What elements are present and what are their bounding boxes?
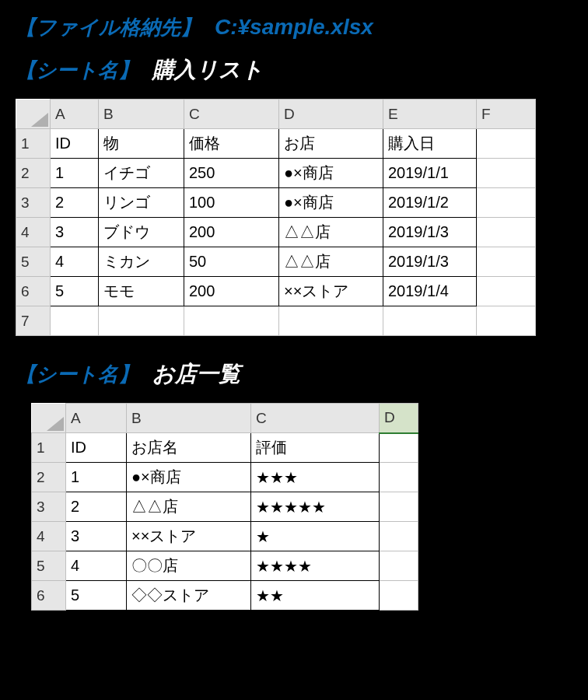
cell[interactable]: [380, 492, 418, 522]
col-header-E[interactable]: E: [383, 100, 477, 129]
cell[interactable]: 〇〇店: [127, 551, 251, 581]
cell[interactable]: お店名: [127, 433, 251, 463]
sheet1-label: 【シート名】: [16, 57, 138, 84]
cell[interactable]: ★★★: [251, 463, 380, 492]
cell[interactable]: 250: [184, 159, 279, 188]
row-header[interactable]: 4: [32, 522, 66, 551]
cell[interactable]: 3: [66, 522, 127, 551]
cell[interactable]: 100: [184, 188, 279, 218]
row-header[interactable]: 6: [32, 581, 66, 611]
cell[interactable]: 5: [51, 277, 99, 306]
file-path-label: 【ファイル格納先】: [16, 14, 201, 41]
row-header[interactable]: 6: [16, 277, 51, 306]
select-all-corner[interactable]: [16, 100, 51, 129]
row-header[interactable]: 1: [32, 433, 66, 463]
cell[interactable]: [477, 188, 536, 218]
file-path-value: C:¥sample.xlsx: [215, 15, 373, 40]
sheet2-grid: A B C D 1 ID お店名 評価 2 1 ●×商店 ★★★ 3 2 △△店…: [31, 403, 418, 611]
cell[interactable]: [279, 306, 383, 336]
select-all-corner[interactable]: [32, 404, 66, 433]
sheet1-name: 購入リスト: [152, 55, 264, 85]
cell[interactable]: 2019/1/3: [383, 247, 477, 277]
triangle-icon: [31, 113, 48, 127]
col-header-B[interactable]: B: [127, 404, 251, 433]
cell[interactable]: ◇◇ストア: [127, 581, 251, 611]
cell[interactable]: リンゴ: [99, 188, 184, 218]
cell[interactable]: ミカン: [99, 247, 184, 277]
cell[interactable]: 1: [66, 463, 127, 492]
col-header-A[interactable]: A: [51, 100, 99, 129]
cell[interactable]: ★★: [251, 581, 380, 611]
cell[interactable]: 2: [51, 188, 99, 218]
row-header[interactable]: 5: [32, 551, 66, 581]
cell[interactable]: [383, 306, 477, 336]
sheet1-grid: A B C D E F 1 ID 物 価格 お店 購入日 2 1 イチゴ 250…: [16, 99, 536, 336]
cell[interactable]: [380, 463, 418, 492]
cell[interactable]: [477, 218, 536, 247]
sheet2-name: お店一覧: [152, 359, 240, 389]
cell[interactable]: 5: [66, 581, 127, 611]
row-header[interactable]: 3: [32, 492, 66, 522]
cell[interactable]: 購入日: [383, 129, 477, 159]
cell[interactable]: [380, 551, 418, 581]
cell[interactable]: 評価: [251, 433, 380, 463]
cell[interactable]: △△店: [279, 247, 383, 277]
cell[interactable]: ブドウ: [99, 218, 184, 247]
cell[interactable]: ××ストア: [127, 522, 251, 551]
cell[interactable]: 200: [184, 277, 279, 306]
cell[interactable]: ★★★★★: [251, 492, 380, 522]
cell[interactable]: [477, 306, 536, 336]
cell[interactable]: 2019/1/4: [383, 277, 477, 306]
cell[interactable]: [477, 159, 536, 188]
cell[interactable]: ××ストア: [279, 277, 383, 306]
cell[interactable]: △△店: [127, 492, 251, 522]
cell[interactable]: [477, 129, 536, 159]
col-header-D[interactable]: D: [279, 100, 383, 129]
col-header-F[interactable]: F: [477, 100, 536, 129]
cell[interactable]: 2: [66, 492, 127, 522]
cell[interactable]: 3: [51, 218, 99, 247]
cell[interactable]: [477, 247, 536, 277]
cell[interactable]: [51, 306, 99, 336]
col-header-D[interactable]: D: [380, 404, 418, 433]
cell[interactable]: モモ: [99, 277, 184, 306]
cell[interactable]: 4: [51, 247, 99, 277]
row-header[interactable]: 1: [16, 129, 51, 159]
cell[interactable]: イチゴ: [99, 159, 184, 188]
cell[interactable]: 4: [66, 551, 127, 581]
cell[interactable]: ●×商店: [279, 159, 383, 188]
cell[interactable]: [380, 522, 418, 551]
col-header-A[interactable]: A: [66, 404, 127, 433]
cell[interactable]: [380, 581, 418, 611]
cell[interactable]: ★★★★: [251, 551, 380, 581]
row-header[interactable]: 2: [16, 159, 51, 188]
row-header[interactable]: 7: [16, 306, 51, 336]
cell[interactable]: [99, 306, 184, 336]
cell[interactable]: ★: [251, 522, 380, 551]
row-header[interactable]: 2: [32, 463, 66, 492]
row-header[interactable]: 5: [16, 247, 51, 277]
cell[interactable]: 2019/1/1: [383, 159, 477, 188]
cell[interactable]: お店: [279, 129, 383, 159]
cell[interactable]: 価格: [184, 129, 279, 159]
cell[interactable]: 2019/1/2: [383, 188, 477, 218]
col-header-C[interactable]: C: [251, 404, 380, 433]
row-header[interactable]: 4: [16, 218, 51, 247]
cell[interactable]: [477, 277, 536, 306]
cell[interactable]: 物: [99, 129, 184, 159]
cell[interactable]: ID: [51, 129, 99, 159]
sheet1-heading: 【シート名】 購入リスト: [16, 55, 572, 85]
cell[interactable]: 200: [184, 218, 279, 247]
col-header-C[interactable]: C: [184, 100, 279, 129]
cell[interactable]: [184, 306, 279, 336]
cell[interactable]: ●×商店: [127, 463, 251, 492]
cell[interactable]: 2019/1/3: [383, 218, 477, 247]
cell[interactable]: [380, 433, 418, 463]
cell[interactable]: 1: [51, 159, 99, 188]
cell[interactable]: △△店: [279, 218, 383, 247]
cell[interactable]: 50: [184, 247, 279, 277]
row-header[interactable]: 3: [16, 188, 51, 218]
cell[interactable]: ●×商店: [279, 188, 383, 218]
cell[interactable]: ID: [66, 433, 127, 463]
col-header-B[interactable]: B: [99, 100, 184, 129]
